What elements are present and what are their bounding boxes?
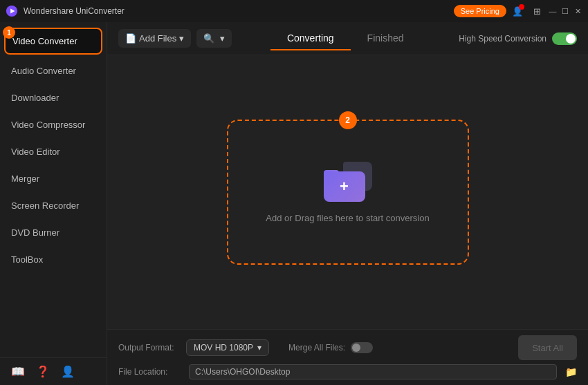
user-profile-icon[interactable]: 👤	[61, 365, 75, 378]
sidebar-item-label: Video Compressor	[11, 120, 85, 130]
file-path-value: C:\Users\OHGOI\Desktop	[189, 364, 557, 379]
sidebar-item-label: Screen Recorder	[11, 200, 79, 211]
tab-area: Converting Finished	[237, 27, 453, 50]
title-bar-left: Wondershare UniConverter	[6, 5, 125, 17]
output-format-select[interactable]: MOV HD 1080P ▾	[186, 339, 269, 356]
content-area: 📄 Add Files ▾ 🔍 ▾ Converting Finished Hi…	[107, 22, 588, 385]
drop-zone-badge: 2	[339, 111, 357, 129]
add-folder-button[interactable]: 🔍 ▾	[196, 29, 232, 48]
add-files-label: Add Files	[139, 33, 176, 44]
folder-icon: +	[324, 162, 372, 202]
sidebar-bottom: 📖 ❓ 👤	[0, 357, 107, 385]
chevron-down-icon: ▾	[179, 33, 184, 44]
chevron-down-icon: ▾	[220, 33, 225, 44]
output-format-label: Output Format:	[118, 343, 181, 353]
user-icon[interactable]: 👤	[509, 3, 526, 19]
bottom-bar: Output Format: MOV HD 1080P ▾ Merge All …	[107, 329, 588, 385]
pricing-button[interactable]: See Pricing	[454, 5, 506, 17]
minimize-button[interactable]: —	[548, 6, 558, 16]
sidebar-item-video-compressor[interactable]: Video Compressor	[0, 111, 107, 138]
toolbar: 📄 Add Files ▾ 🔍 ▾ Converting Finished Hi…	[107, 22, 588, 55]
sidebar-item-downloader[interactable]: Downloader	[0, 84, 107, 111]
sidebar-item-label: ToolBox	[11, 254, 43, 265]
high-speed-toggle[interactable]	[552, 32, 577, 45]
grid-icon[interactable]: ⊞	[529, 3, 545, 19]
sidebar-item-audio-converter[interactable]: Audio Converter	[0, 57, 107, 84]
merge-toggle[interactable]	[351, 342, 373, 353]
sidebar-item-label: Video Editor	[11, 147, 60, 157]
drop-zone-container: 2 + Add or Drag files here to start conv…	[107, 55, 588, 329]
sidebar-item-screen-recorder[interactable]: Screen Recorder	[0, 192, 107, 219]
merge-label: Merge All Files:	[288, 343, 345, 353]
add-folder-icon: 🔍	[203, 33, 214, 44]
start-all-button[interactable]: Start All	[518, 335, 577, 360]
title-bar-right: See Pricing 👤 ⊞ — ☐ ✕	[454, 3, 582, 19]
sidebar-item-label: DVD Burner	[11, 227, 59, 238]
format-row: Output Format: MOV HD 1080P ▾ Merge All …	[118, 339, 507, 356]
sidebar-item-dvd-burner[interactable]: DVD Burner	[0, 219, 107, 246]
file-location-label: File Location:	[118, 367, 181, 377]
app-name-label: Wondershare UniConverter	[24, 6, 125, 16]
book-icon[interactable]: 📖	[11, 365, 25, 378]
browse-folder-icon[interactable]: 📁	[565, 366, 577, 377]
file-location-row: File Location: C:\Users\OHGOI\Desktop 📁	[118, 364, 577, 379]
help-icon[interactable]: ❓	[36, 365, 50, 378]
high-speed-label: High Speed Conversion	[459, 34, 546, 44]
sidebar-item-label: Video Converter	[12, 36, 77, 46]
folder-front: +	[324, 171, 365, 202]
app-logo-icon	[6, 5, 18, 17]
notification-badge	[519, 4, 524, 10]
sidebar-item-label: Downloader	[11, 93, 59, 103]
plus-icon: +	[340, 178, 349, 196]
add-files-button[interactable]: 📄 Add Files ▾	[118, 29, 191, 48]
sidebar-item-merger[interactable]: Merger	[0, 165, 107, 192]
sidebar-item-video-editor[interactable]: Video Editor	[0, 138, 107, 165]
tab-finished[interactable]: Finished	[351, 27, 421, 50]
maximize-button[interactable]: ☐	[560, 6, 570, 16]
title-bar: Wondershare UniConverter See Pricing 👤 ⊞…	[0, 0, 588, 22]
format-value: MOV HD 1080P	[194, 343, 253, 353]
close-button[interactable]: ✕	[573, 6, 582, 16]
main-layout: 1 Video Converter Audio Converter Downlo…	[0, 22, 588, 385]
sidebar-item-label: Merger	[11, 173, 39, 184]
add-files-icon: 📄	[125, 33, 136, 44]
drop-hint-text: Add or Drag files here to start conversi…	[266, 213, 429, 223]
bottom-actions: Output Format: MOV HD 1080P ▾ Merge All …	[118, 335, 577, 360]
high-speed-section: High Speed Conversion	[459, 32, 577, 45]
sidebar-item-toolbox[interactable]: ToolBox	[0, 246, 107, 273]
sidebar-badge: 1	[3, 26, 15, 39]
sidebar-item-label: Audio Converter	[11, 66, 76, 76]
chevron-down-icon: ▾	[257, 343, 261, 353]
sidebar-item-video-converter[interactable]: 1 Video Converter	[4, 28, 102, 55]
tab-converting[interactable]: Converting	[270, 27, 351, 50]
sidebar: 1 Video Converter Audio Converter Downlo…	[0, 22, 107, 385]
drop-zone[interactable]: 2 + Add or Drag files here to start conv…	[227, 120, 469, 265]
